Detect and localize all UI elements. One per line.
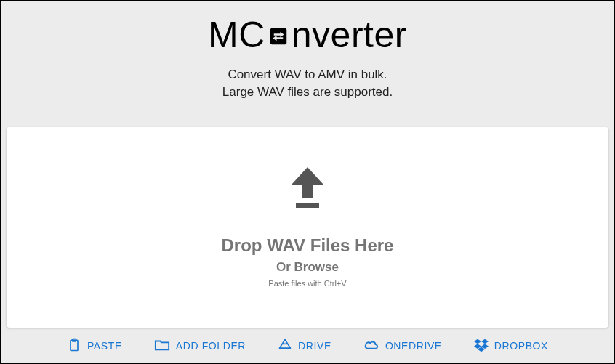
dropzone[interactable]: Drop WAV Files Here Or Browse Paste file… bbox=[7, 127, 608, 328]
drive-icon bbox=[278, 338, 292, 355]
add-folder-label: ADD FOLDER bbox=[176, 340, 246, 352]
logo: MC nverter bbox=[208, 14, 407, 56]
drop-text: Drop WAV Files Here bbox=[222, 235, 394, 256]
drive-button[interactable]: DRIVE bbox=[278, 338, 331, 355]
browse-link[interactable]: Browse bbox=[294, 260, 339, 274]
subtitle-line1: Convert WAV to AMV in bulk. bbox=[1, 66, 614, 84]
or-text: Or bbox=[276, 260, 294, 274]
drive-label: DRIVE bbox=[298, 340, 331, 352]
folder-icon bbox=[154, 338, 170, 355]
dropbox-label: DROPBOX bbox=[494, 340, 548, 352]
header: MC nverter Convert WAV to AMV in bulk. L… bbox=[1, 1, 614, 101]
paste-hint: Paste files with Ctrl+V bbox=[268, 279, 346, 288]
svg-rect-1 bbox=[296, 203, 319, 208]
onedrive-icon bbox=[363, 338, 379, 355]
onedrive-label: ONEDRIVE bbox=[385, 340, 442, 352]
paste-button[interactable]: PASTE bbox=[67, 338, 122, 355]
logo-text-post: nverter bbox=[292, 14, 407, 56]
subtitle: Convert WAV to AMV in bulk. Large WAV fi… bbox=[1, 66, 614, 101]
clipboard-icon bbox=[67, 338, 81, 355]
browse-line: Or Browse bbox=[276, 260, 339, 275]
dropbox-button[interactable]: DROPBOX bbox=[474, 338, 548, 355]
dropbox-icon bbox=[474, 338, 489, 355]
bottom-bar: PASTE ADD FOLDER DRIVE ONEDRIVE bbox=[1, 331, 614, 363]
logo-text-pre: MC bbox=[208, 14, 265, 56]
convert-icon bbox=[267, 25, 290, 48]
paste-label: PASTE bbox=[87, 340, 122, 352]
subtitle-line2: Large WAV files are supported. bbox=[1, 84, 614, 101]
onedrive-button[interactable]: ONEDRIVE bbox=[363, 338, 442, 355]
upload-icon bbox=[289, 167, 326, 208]
add-folder-button[interactable]: ADD FOLDER bbox=[154, 338, 246, 355]
svg-rect-0 bbox=[270, 28, 287, 45]
